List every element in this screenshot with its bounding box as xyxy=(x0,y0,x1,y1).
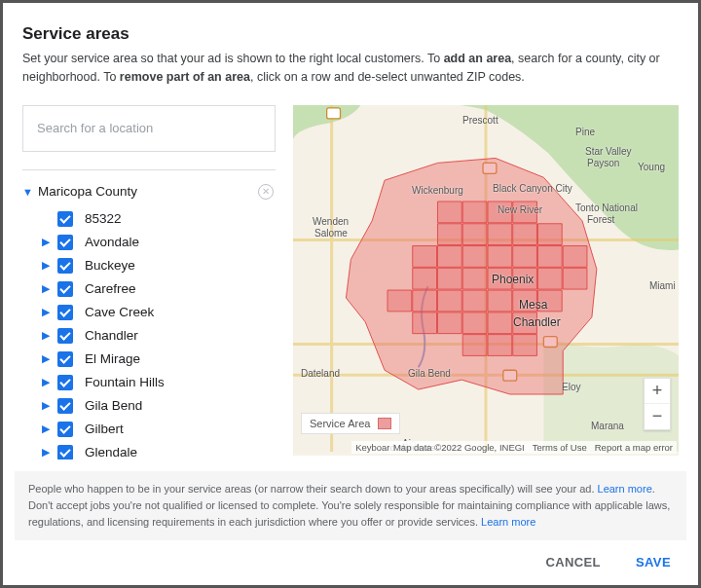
area-label: Glendale xyxy=(85,445,137,459)
zoom-out-button[interactable]: − xyxy=(645,404,670,429)
map-city-label: Young xyxy=(638,162,665,172)
map-terms-link[interactable]: Terms of Use xyxy=(533,442,587,453)
footer-note: People who happen to be in your service … xyxy=(15,471,686,540)
area-row[interactable]: ▶Glendale xyxy=(22,441,276,459)
chevron-right-icon[interactable]: ▶ xyxy=(42,259,57,272)
area-row[interactable]: ▶Fountain Hills xyxy=(22,371,276,394)
service-areas-dialog: Service areas Set your service area so t… xyxy=(3,3,698,585)
map-city-label: Payson xyxy=(587,158,619,168)
area-label: Gila Bend xyxy=(85,398,142,413)
map-city-label: Miami xyxy=(649,280,676,291)
area-row[interactable]: ▶Gila Bend xyxy=(22,394,276,418)
search-input[interactable] xyxy=(35,120,263,136)
dialog-actions: CANCEL SAVE xyxy=(3,540,698,584)
area-label: Fountain Hills xyxy=(85,375,165,389)
map-city-label: Prescott xyxy=(462,115,498,126)
area-row[interactable]: ▶Avondale xyxy=(22,231,276,254)
cancel-button[interactable]: CANCEL xyxy=(539,554,607,570)
area-label: 85322 xyxy=(85,211,122,226)
map-city-label: Marana xyxy=(591,421,624,431)
clear-county-icon[interactable]: ✕ xyxy=(258,184,274,200)
dialog-title: Service areas xyxy=(22,24,679,44)
area-row[interactable]: ▶El Mirage xyxy=(22,348,276,371)
map-city-label-large: Mesa xyxy=(519,298,547,312)
map-city-label-large: Chandler xyxy=(513,315,561,329)
area-checkbox[interactable] xyxy=(57,211,73,227)
area-row[interactable]: ▶85322 xyxy=(22,207,276,231)
map-city-label: New River xyxy=(498,204,542,215)
map-city-label: Tonto National xyxy=(575,202,638,213)
chevron-right-icon[interactable]: ▶ xyxy=(42,282,57,295)
map-city-label: Black Canyon City xyxy=(493,183,572,194)
map-zoom-controls: + − xyxy=(644,378,671,430)
chevron-right-icon[interactable]: ▶ xyxy=(42,329,57,342)
map-city-label: Gila Bend xyxy=(408,368,451,379)
areas-list[interactable]: ▼ Maricopa County ✕ ▶85322▶Avondale▶Buck… xyxy=(22,170,276,459)
chevron-right-icon[interactable]: ▶ xyxy=(42,376,57,388)
area-checkbox[interactable] xyxy=(57,398,73,414)
area-row[interactable]: ▶Chandler xyxy=(22,324,276,348)
map[interactable]: PrescottWickenburgWendenSalomeBlack Cany… xyxy=(293,105,679,456)
chevron-right-icon[interactable]: ▶ xyxy=(42,399,57,412)
learn-more-link-2[interactable]: Learn more xyxy=(481,516,535,528)
svg-rect-1 xyxy=(327,108,341,119)
left-panel: ▼ Maricopa County ✕ ▶85322▶Avondale▶Buck… xyxy=(22,105,276,459)
dialog-header: Service areas Set your service area so t… xyxy=(3,3,698,105)
learn-more-link-1[interactable]: Learn more xyxy=(598,483,652,495)
area-checkbox[interactable] xyxy=(57,351,73,367)
save-button[interactable]: SAVE xyxy=(630,554,677,570)
area-checkbox[interactable] xyxy=(57,445,73,459)
area-label: Cave Creek xyxy=(85,305,154,319)
area-checkbox[interactable] xyxy=(57,328,73,344)
map-svg xyxy=(293,105,679,452)
chevron-down-icon[interactable]: ▼ xyxy=(22,186,38,198)
zoom-in-button[interactable]: + xyxy=(645,379,670,404)
area-label: Carefree xyxy=(85,281,136,296)
legend-label: Service Area xyxy=(310,418,370,429)
area-label: Chandler xyxy=(85,328,138,343)
areas-list-container: ▼ Maricopa County ✕ ▶85322▶Avondale▶Buck… xyxy=(22,169,276,459)
dialog-subtitle: Set your service area so that your ad is… xyxy=(22,50,679,88)
area-row[interactable]: ▶Buckeye xyxy=(22,254,276,277)
legend-swatch xyxy=(378,418,391,429)
county-row[interactable]: ▼ Maricopa County ✕ xyxy=(22,182,276,207)
chevron-right-icon[interactable]: ▶ xyxy=(42,423,57,435)
map-city-label: Star Valley xyxy=(585,146,632,157)
chevron-right-icon[interactable]: ▶ xyxy=(42,446,57,459)
chevron-right-icon[interactable]: ▶ xyxy=(42,352,57,365)
map-city-label: Wickenburg xyxy=(412,185,463,196)
area-label: El Mirage xyxy=(85,351,140,366)
map-report-link[interactable]: Report a map error xyxy=(595,442,673,453)
area-row[interactable]: ▶Carefree xyxy=(22,277,276,301)
area-checkbox[interactable] xyxy=(57,281,73,297)
location-search[interactable] xyxy=(22,105,276,152)
map-city-label: Wenden xyxy=(313,216,349,227)
chevron-right-icon[interactable]: ▶ xyxy=(42,306,57,318)
area-checkbox[interactable] xyxy=(57,235,73,250)
area-checkbox[interactable] xyxy=(57,305,73,320)
map-city-label-large: Phoenix xyxy=(492,273,534,286)
area-row[interactable]: ▶Cave Creek xyxy=(22,301,276,324)
area-checkbox[interactable] xyxy=(57,375,73,390)
area-label: Gilbert xyxy=(85,422,124,436)
map-city-label: Salome xyxy=(314,228,348,239)
area-checkbox[interactable] xyxy=(57,422,73,437)
area-checkbox[interactable] xyxy=(57,258,73,274)
map-city-label: Eloy xyxy=(562,382,580,392)
map-city-label: Forest xyxy=(587,214,614,225)
map-attribution: Map data ©2022 Google, INEGI Terms of Us… xyxy=(389,441,677,454)
area-label: Buckeye xyxy=(85,258,135,273)
chevron-right-icon[interactable]: ▶ xyxy=(42,236,57,248)
area-label: Avondale xyxy=(85,235,139,249)
map-city-label: Dateland xyxy=(301,368,340,379)
county-name: Maricopa County xyxy=(38,184,258,199)
area-row[interactable]: ▶Gilbert xyxy=(22,418,276,441)
map-legend: Service Area xyxy=(301,413,400,434)
map-city-label: Pine xyxy=(575,127,595,137)
